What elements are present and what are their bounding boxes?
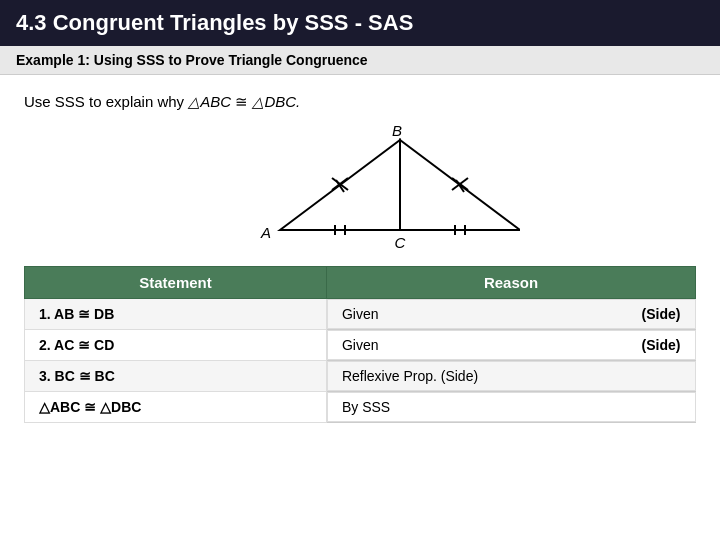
reason-text: Given [342, 306, 379, 322]
side-label: (Side) [642, 306, 681, 322]
table-row: △ABC ≅ △DBCBy SSS [25, 392, 696, 423]
problem-prefix: Use SSS to explain why [24, 93, 188, 110]
reason-cell: Given(Side) [327, 299, 696, 329]
statement-cell: △ABC ≅ △DBC [25, 392, 327, 423]
statement-cell: 1. AB ≅ DB [25, 299, 327, 330]
statement-cell: 3. BC ≅ BC [25, 361, 327, 392]
label-C: C [395, 234, 406, 251]
triangle-diagram: B A C D [24, 117, 696, 262]
reason-text: By SSS [342, 399, 390, 415]
proof-table: Statement Reason 1. AB ≅ DBGiven(Side)2.… [24, 266, 696, 423]
reason-text: Reflexive Prop. (Side) [342, 368, 478, 384]
main-content: Use SSS to explain why △ABC ≅ △DBC. [0, 75, 720, 433]
table-header-row: Statement Reason [25, 267, 696, 299]
triangle2-label: △DBC. [252, 93, 300, 110]
side-label: (Side) [642, 337, 681, 353]
problem-statement: Use SSS to explain why △ABC ≅ △DBC. [24, 93, 696, 111]
table-row: 1. AB ≅ DBGiven(Side) [25, 299, 696, 330]
congruent-symbol: ≅ [235, 93, 248, 110]
triangle1-label: △ABC [188, 93, 231, 110]
reason-cell: Given(Side) [327, 330, 696, 360]
table-row: 3. BC ≅ BCReflexive Prop. (Side) [25, 361, 696, 392]
statement-header: Statement [25, 267, 327, 299]
reason-header: Reason [326, 267, 695, 299]
label-A: A [260, 224, 271, 241]
reason-cell: Reflexive Prop. (Side) [327, 361, 696, 391]
reason-text: Given [342, 337, 379, 353]
title-bar: 4.3 Congruent Triangles by SSS - SAS [0, 0, 720, 46]
statement-cell: 2. AC ≅ CD [25, 330, 327, 361]
page-title: 4.3 Congruent Triangles by SSS - SAS [16, 10, 413, 35]
subtitle-bar: Example 1: Using SSS to Prove Triangle C… [0, 46, 720, 75]
label-B: B [392, 122, 402, 139]
reason-cell: By SSS [327, 392, 696, 422]
table-row: 2. AC ≅ CDGiven(Side) [25, 330, 696, 361]
triangle-svg: B A C D [200, 120, 520, 260]
example-label: Example 1: Using SSS to Prove Triangle C… [16, 52, 368, 68]
